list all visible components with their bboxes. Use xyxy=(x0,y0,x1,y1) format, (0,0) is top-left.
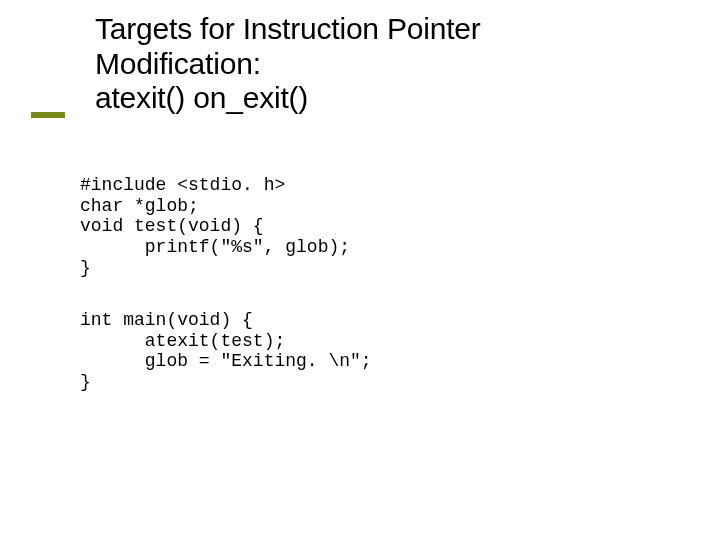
title-line-1: Targets for Instruction Pointer xyxy=(95,12,481,45)
slide-title: Targets for Instruction Pointer Modifica… xyxy=(95,12,655,116)
slide: Targets for Instruction Pointer Modifica… xyxy=(0,0,720,540)
code-block-1: #include <stdio. h> char *glob; void tes… xyxy=(80,175,350,278)
accent-bar xyxy=(31,112,65,118)
code-block-2: int main(void) { atexit(test); glob = "E… xyxy=(80,310,372,393)
title-line-2: Modification: xyxy=(95,47,261,80)
title-line-3: atexit() on_exit() xyxy=(95,81,308,114)
